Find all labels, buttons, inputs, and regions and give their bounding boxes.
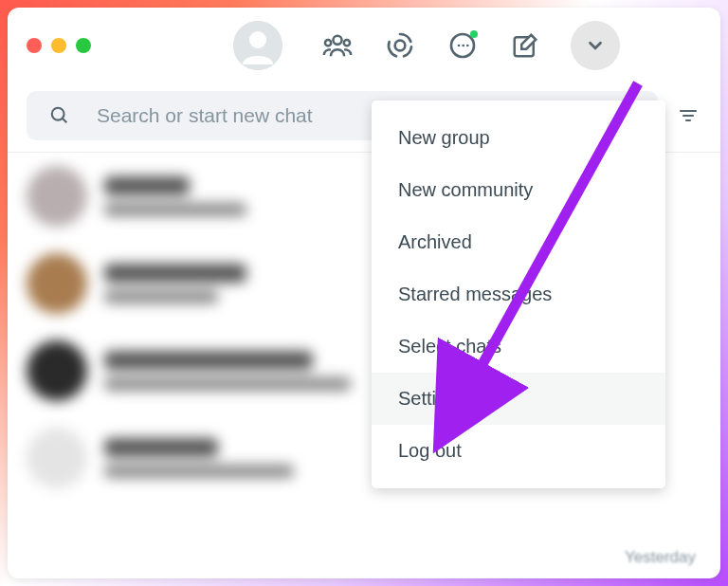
communities-icon bbox=[321, 29, 354, 62]
menu-item-archived[interactable]: Archived bbox=[372, 216, 665, 268]
svg-point-5 bbox=[395, 41, 406, 51]
chat-timestamp: Yesterday bbox=[625, 548, 696, 567]
new-chat-button[interactable] bbox=[508, 28, 542, 63]
profile-avatar-button[interactable] bbox=[233, 21, 282, 70]
menu-item-new-community[interactable]: New community bbox=[372, 164, 665, 216]
menu-item-settings[interactable]: Settings bbox=[372, 373, 665, 425]
avatar-placeholder-icon bbox=[233, 21, 282, 70]
svg-point-2 bbox=[333, 36, 341, 45]
window-controls bbox=[27, 38, 91, 53]
new-indicator-dot bbox=[470, 30, 478, 38]
chevron-down-icon bbox=[585, 35, 606, 56]
menu-button[interactable] bbox=[571, 21, 620, 70]
titlebar bbox=[8, 8, 720, 83]
search-icon bbox=[49, 105, 70, 126]
svg-point-11 bbox=[52, 108, 64, 120]
svg-point-3 bbox=[325, 40, 331, 46]
compose-icon bbox=[511, 31, 539, 60]
svg-point-8 bbox=[462, 45, 464, 47]
status-icon bbox=[385, 30, 415, 61]
svg-point-1 bbox=[249, 31, 266, 48]
header-actions bbox=[320, 28, 542, 63]
status-button[interactable] bbox=[383, 28, 417, 63]
svg-point-4 bbox=[344, 40, 350, 46]
communities-button[interactable] bbox=[320, 28, 355, 63]
channels-button[interactable] bbox=[446, 28, 480, 63]
menu-dropdown: New group New community Archived Starred… bbox=[372, 101, 665, 488]
app-window: New group New community Archived Starred… bbox=[8, 8, 720, 578]
svg-point-9 bbox=[466, 45, 469, 47]
menu-item-new-group[interactable]: New group bbox=[372, 112, 665, 164]
minimize-window-button[interactable] bbox=[51, 38, 66, 53]
filter-icon bbox=[677, 104, 700, 127]
zoom-window-button[interactable] bbox=[76, 38, 91, 53]
menu-item-log-out[interactable]: Log out bbox=[372, 425, 665, 477]
menu-item-starred[interactable]: Starred messages bbox=[372, 268, 665, 320]
filter-button[interactable] bbox=[675, 102, 701, 129]
desktop-background: New group New community Archived Starred… bbox=[0, 0, 728, 586]
close-window-button[interactable] bbox=[27, 38, 42, 53]
menu-item-select-chats[interactable]: Select chats bbox=[372, 320, 665, 373]
svg-point-7 bbox=[458, 45, 461, 47]
